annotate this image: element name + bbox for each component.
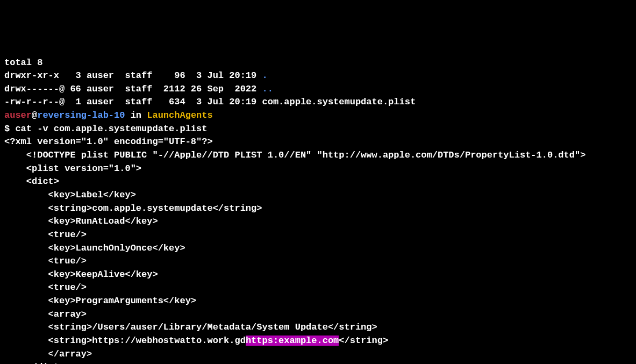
terminal-output[interactable]: total 8 drwxr-xr-x 3 auser staff 96 3 Ju… [4, 56, 632, 364]
plist-open: <plist version="1.0"> [4, 163, 141, 174]
plist-array-close: </array> [4, 349, 92, 359]
plist-string-program: <string>/Users/auser/Library/Metadata/Sy… [4, 322, 377, 332]
plist-string-url: <string>https://webhostwatto.work.gdhttp… [4, 336, 388, 346]
ls-row-1: drwxr-xr-x 3 auser staff 96 3 Jul 20:19 … [4, 70, 268, 81]
plist-key-programarguments: <key>ProgramArguments</key> [4, 296, 196, 306]
prompt-line-1: auser@reversing-lab-10 in LaunchAgents [4, 110, 213, 120]
plist-xml-header: <?xml version="1.0" encoding="UTF-8"?> [4, 137, 213, 147]
command-line-1[interactable]: $ cat -v com.apple.systemupdate.plist [4, 124, 207, 134]
plist-true-1: <true/> [4, 230, 87, 240]
highlight-url: https:example.com [246, 336, 339, 346]
plist-doctype: <!DOCTYPE plist PUBLIC "-//Apple//DTD PL… [4, 150, 585, 160]
plist-true-3: <true/> [4, 282, 87, 292]
plist-string-label: <string>com.apple.systemupdate</string> [4, 203, 262, 213]
ls-row-3: -rw-r--r--@ 1 auser staff 634 3 Jul 20:1… [4, 97, 416, 107]
plist-key-launchonlyonce: <key>LaunchOnlyOnce</key> [4, 243, 185, 253]
plist-dict-close: </dict> [4, 362, 65, 364]
plist-true-2: <true/> [4, 256, 87, 266]
ls-total: total 8 [4, 58, 42, 68]
plist-array-open: <array> [4, 309, 87, 319]
plist-dict-open: <dict> [4, 176, 59, 187]
plist-key-runatload: <key>RunAtLoad</key> [4, 216, 158, 226]
plist-key-label: <key>Label</key> [4, 190, 136, 200]
ls-row-2: drwx------@ 66 auser staff 2112 26 Sep 2… [4, 84, 273, 94]
plist-key-keepalive: <key>KeepAlive</key> [4, 269, 158, 280]
